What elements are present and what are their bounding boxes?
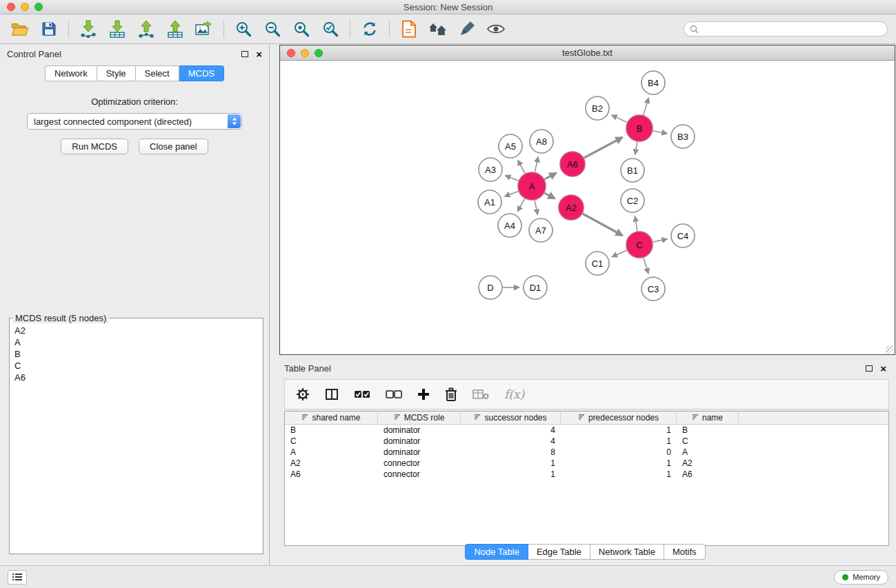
node-A7[interactable]: A7 [529,219,552,242]
table-cell[interactable]: connector [378,458,461,468]
edge-A-A6[interactable] [545,173,557,179]
close-panel-button[interactable]: Close panel [139,139,208,154]
close-panel-icon[interactable]: × [256,49,262,59]
show-columns-button[interactable] [325,387,339,401]
column-header-name[interactable]: name [677,412,739,424]
edge-A-A5[interactable] [518,160,525,173]
delete-table-button[interactable] [472,389,489,400]
table-row[interactable]: A2connector11A2 [285,458,888,469]
table-settings-button[interactable] [296,387,310,401]
table-cell[interactable]: 1 [461,469,561,479]
delete-column-button[interactable] [445,387,457,401]
edge-B-B2[interactable] [612,115,627,123]
search-input[interactable] [702,24,882,34]
node-A1[interactable]: A1 [478,190,501,214]
column-header-MCDS-role[interactable]: MCDS role [378,412,461,424]
save-session-button[interactable] [34,17,63,41]
node-C2[interactable]: C2 [621,189,644,212]
node-A6[interactable]: A6 [560,152,585,176]
node-C4[interactable]: C4 [671,224,695,247]
zoom-fit-button[interactable] [287,17,316,41]
table-cell[interactable]: dominator [378,425,461,435]
edge-A-A1[interactable] [505,191,519,196]
edge-A6-B[interactable] [584,137,623,158]
network-manager-button[interactable] [424,17,452,41]
mcds-result-item[interactable]: A [10,336,263,348]
edge-A-A4[interactable] [517,199,524,212]
close-network-window-button[interactable] [287,49,295,57]
node-B[interactable]: B [626,115,653,141]
table-row[interactable]: A6connector11A6 [285,469,888,480]
table-cell[interactable]: 1 [461,458,561,468]
edge-B-B4[interactable] [644,98,649,115]
table-cell[interactable]: dominator [378,436,461,446]
mcds-result-item[interactable]: A6 [10,372,263,383]
export-image-button[interactable] [190,17,219,41]
import-network-button[interactable] [74,17,103,41]
column-header-predecessor-nodes[interactable]: predecessor nodes [561,412,677,424]
table-cell[interactable]: 4 [461,425,561,435]
node-C[interactable]: C [626,232,653,258]
tab-network-table[interactable]: Network Table [590,544,664,560]
table-cell[interactable]: A [285,447,378,457]
tab-node-table[interactable]: Node Table [465,544,528,560]
network-canvas[interactable]: AA6A2BCB4B2B3B1A5A8A3A1A4A7C2C4C1C3DD1 [280,61,895,354]
node-A3[interactable]: A3 [479,158,502,181]
edge-A-A3[interactable] [505,176,518,181]
table-cell[interactable]: 0 [561,447,677,457]
memory-button[interactable]: Memory [834,570,888,585]
export-table-button[interactable] [161,17,190,41]
close-table-panel-icon[interactable]: × [880,363,886,374]
tab-edge-table[interactable]: Edge Table [528,544,590,560]
network-window-titlebar[interactable]: testGlobe.txt [280,45,895,61]
table-cell[interactable]: A6 [285,469,378,479]
edge-B-B3[interactable] [653,131,668,134]
tab-motifs[interactable]: Motifs [664,544,706,560]
export-network-button[interactable] [132,17,161,41]
open-session-button[interactable] [6,17,34,41]
node-D1[interactable]: D1 [524,276,547,299]
tab-mcds[interactable]: MCDS [179,65,224,81]
import-table-button[interactable] [103,17,132,41]
zoom-out-button[interactable] [258,17,287,41]
select-all-button[interactable] [354,389,370,399]
table-cell[interactable]: 1 [561,436,677,446]
mcds-result-item[interactable]: A2 [10,325,263,336]
edge-C-C2[interactable] [635,216,637,232]
deselect-all-button[interactable] [386,389,402,399]
table-cell[interactable]: 1 [561,458,677,468]
edge-C-C4[interactable] [653,239,668,242]
table-cell[interactable]: C [677,436,739,446]
table-cell[interactable]: A2 [285,458,378,468]
style-pen-button[interactable] [452,17,481,41]
table-cell[interactable]: 1 [561,469,677,479]
edge-A-A7[interactable] [535,201,537,215]
node-C3[interactable]: C3 [641,277,665,301]
toolbar-search[interactable] [684,21,888,37]
node-B2[interactable]: B2 [586,97,609,120]
node-C1[interactable]: C1 [586,252,609,275]
zoom-in-button[interactable] [229,17,258,41]
node-A5[interactable]: A5 [499,134,522,158]
table-cell[interactable]: 4 [461,436,561,446]
table-cell[interactable]: 8 [461,447,561,457]
tab-style[interactable]: Style [97,65,136,81]
maximize-window-button[interactable] [34,3,43,11]
edge-C-C3[interactable] [644,258,648,274]
run-mcds-button[interactable]: Run MCDS [61,139,128,154]
resize-grip[interactable] [886,345,894,354]
table-cell[interactable]: B [285,425,378,435]
edge-A-A2[interactable] [544,193,555,199]
node-D[interactable]: D [479,276,502,299]
float-panel-icon[interactable] [241,51,248,57]
table-row[interactable]: Cdominator41C [285,436,888,447]
tab-network[interactable]: Network [45,65,97,81]
mcds-result-item[interactable]: B [10,348,263,360]
show-hide-button[interactable] [481,17,510,41]
refresh-view-button[interactable] [355,17,384,41]
mcds-result-item[interactable]: C [10,360,263,372]
edge-A-A8[interactable] [535,157,538,172]
minimize-window-button[interactable] [21,3,29,11]
edge-B-B1[interactable] [635,142,637,155]
table-cell[interactable]: A [677,447,739,457]
